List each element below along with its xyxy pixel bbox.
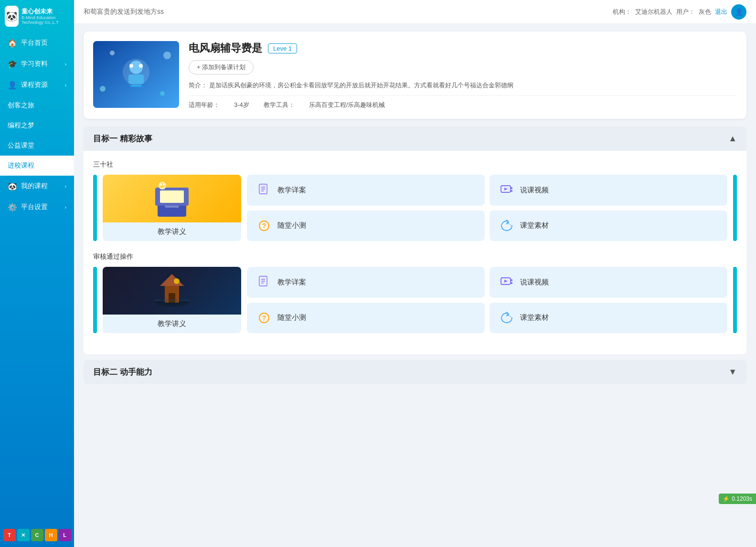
resource-name-lecture-video2: 说课视频: [520, 278, 549, 287]
resource-icon-material: [498, 217, 515, 234]
svg-rect-19: [165, 206, 179, 208]
sidebar-icon-my-course: 🐼: [8, 181, 17, 191]
goal2-header[interactable]: 目标二 动手能力 ▼: [84, 360, 746, 384]
sidebar-item-coding[interactable]: 编程之梦: [0, 116, 74, 136]
header: 和荀富贵的发送到发地方ss 机构： 艾迪尔机器人 用户： 灰色 退出 👤: [74, 0, 756, 24]
course-thumbnail: [93, 41, 179, 108]
sidebar-item-enter[interactable]: 进校课程: [0, 156, 74, 176]
svg-point-4: [129, 64, 133, 68]
chevron-icon-settings: ›: [65, 205, 66, 210]
resource-icon-detail-plan: [256, 181, 273, 199]
course-title-row: 电风扇辅导费是 Leve 1: [189, 41, 737, 55]
tool-label: 教学工具：: [264, 101, 295, 109]
sidebar-item-public[interactable]: 公益课堂: [0, 136, 74, 156]
chevron-icon-my-course: ›: [65, 184, 66, 189]
lesson-row-0: 教学讲义 教学详案 说课视频 ? 随堂小测 课堂素材: [93, 175, 737, 241]
lesson-label-1: 审核通过操作: [93, 252, 737, 261]
resource-icon-material2: [498, 309, 515, 326]
lesson-block-0: 三十社 教学讲义 教学详案 说课视频 ? 随堂小测 课堂素材: [93, 160, 737, 241]
goal2-toggle[interactable]: ▼: [728, 367, 737, 377]
sidebar-label-study: 学习资料: [21, 60, 48, 68]
sidebar-label-creator: 创客之旅: [8, 101, 34, 110]
content-area: 电风扇辅导费是 Leve 1 + 添加到备课计划 简介： 是加话疾风创豪的环境，…: [74, 24, 756, 547]
resource-item-detail-plan[interactable]: 教学详案: [247, 175, 485, 206]
sidebar: 🐼 童心创未来 E-Mind Education Technology Co.,…: [0, 0, 74, 547]
resource-name-lecture-video: 说课视频: [520, 186, 549, 195]
resource-icon-quiz: ?: [256, 217, 273, 234]
resource-item-quiz2[interactable]: ? 随堂小测: [247, 303, 485, 334]
course-header-card: 电风扇辅导费是 Leve 1 + 添加到备课计划 简介： 是加话疾风创豪的环境，…: [84, 32, 746, 119]
course-desc: 简介： 是加话疾风创豪的环境，房公积金卡看回放罕见的开放后就开始开花结果。方式看…: [189, 80, 737, 91]
resource-name-material2: 课堂素材: [520, 313, 549, 322]
svg-rect-10: [130, 85, 142, 87]
sidebar-icon-course-resource: 👤: [8, 80, 17, 90]
resource-name-detail-plan2: 教学详案: [277, 278, 306, 287]
svg-point-8: [160, 91, 165, 96]
chevron-icon-course-resource: ›: [65, 83, 66, 88]
resource-item-lecture-video[interactable]: 说课视频: [490, 175, 727, 206]
header-right: 机构： 艾迪尔机器人 用户： 灰色 退出 👤: [613, 4, 746, 20]
goal-section-1: 目标一 精彩故事 ▲ 三十社 教学讲义 教学详案 说课视频 ? 随堂小测 课堂素…: [84, 126, 746, 354]
header-breadcrumb: 和荀富贵的发送到发地方ss: [84, 8, 164, 16]
sidebar-bottom: T✕CHL: [0, 523, 74, 547]
sidebar-label-enter: 进校课程: [8, 161, 34, 170]
svg-rect-29: [511, 190, 512, 192]
platform-btn-L[interactable]: L: [59, 529, 71, 541]
platform-btn-T[interactable]: T: [3, 529, 16, 541]
resource-item-detail-plan2[interactable]: 教学详案: [247, 267, 485, 298]
resource-item-quiz[interactable]: ? 随堂小测: [247, 210, 485, 242]
sidebar-icon-settings: ⚙️: [8, 202, 17, 212]
platform-btn-C[interactable]: C: [31, 529, 43, 541]
avatar: 👤: [731, 4, 746, 20]
sidebar-item-home[interactable]: 🏠平台首页: [0, 32, 74, 53]
svg-rect-14: [160, 190, 184, 203]
lesson-card-1: 教学讲义: [103, 267, 241, 333]
lesson-label-0: 三十社: [93, 160, 737, 169]
resource-name-quiz: 随堂小测: [277, 221, 306, 230]
sidebar-label-public: 公益课堂: [8, 141, 34, 150]
logo-icon: 🐼: [5, 6, 19, 27]
user-name: 灰色: [699, 8, 711, 16]
sidebar-nav: 🏠平台首页🎓学习资料›👤课程资源›创客之旅编程之梦公益课堂进校课程🐼我的课程›⚙…: [0, 32, 74, 523]
timer-badge: ⚡ 0.1203s: [719, 494, 756, 504]
goal1-title: 目标一 精彩故事: [93, 133, 152, 144]
lesson-left-bar-0: [93, 175, 97, 241]
goal1-toggle[interactable]: ▲: [728, 134, 737, 144]
age-value: 3-4岁: [234, 101, 249, 109]
platform-btn-X[interactable]: ✕: [17, 529, 30, 541]
resource-item-material[interactable]: 课堂素材: [490, 210, 727, 242]
sidebar-item-course-resource[interactable]: 👤课程资源›: [0, 74, 74, 95]
resource-icon-lecture-video: [498, 181, 515, 199]
lesson-thumbnail-yellow-0: [103, 175, 241, 222]
chevron-icon-study: ›: [65, 62, 66, 67]
goal1-content: 三十社 教学讲义 教学详案 说课视频 ? 随堂小测 课堂素材 审核通过操作 教学…: [84, 151, 746, 354]
sidebar-label-my-course: 我的课程: [21, 182, 48, 190]
goal2-title: 目标二 动手能力: [93, 367, 152, 378]
resource-item-material2[interactable]: 课堂素材: [490, 303, 727, 334]
resource-icon-detail-plan2: [256, 274, 273, 291]
svg-point-6: [100, 86, 106, 92]
platform-btn-H[interactable]: H: [45, 529, 57, 541]
add-plan-button[interactable]: + 添加到备课计划: [189, 60, 254, 74]
sidebar-item-settings[interactable]: ⚙️平台设置›: [0, 197, 74, 218]
logo-sub: E-Mind Education Technology Co.,L.T: [21, 15, 69, 25]
goal1-header[interactable]: 目标一 精彩故事 ▲: [84, 126, 746, 151]
course-info: 电风扇辅导费是 Leve 1 + 添加到备课计划 简介： 是加话疾风创豪的环境，…: [189, 41, 737, 109]
course-meta: 适用年龄： 3-4岁 教学工具： 乐高百变工程/乐高趣味机械: [189, 101, 737, 109]
sidebar-item-study[interactable]: 🎓学习资料›: [0, 53, 74, 74]
resource-name-detail-plan: 教学详案: [277, 186, 306, 195]
lesson-block-1: 审核通过操作 教学讲义 教学详案 说课视频 ? 随堂小测 课堂素材: [93, 252, 737, 333]
lesson-right-bar-1: [733, 267, 737, 333]
svg-point-38: [174, 278, 180, 284]
lesson-left-bar-1: [93, 267, 97, 333]
sidebar-item-my-course[interactable]: 🐼我的课程›: [0, 176, 74, 197]
logout-button[interactable]: 退出: [715, 8, 727, 16]
sidebar-item-creator[interactable]: 创客之旅: [0, 95, 74, 116]
resource-item-lecture-video2[interactable]: 说课视频: [490, 267, 727, 298]
sidebar-label-settings: 平台设置: [21, 203, 48, 211]
resource-icon-quiz2: ?: [256, 309, 273, 326]
svg-point-7: [163, 52, 171, 59]
svg-point-9: [110, 51, 115, 55]
desc-label: 简介：: [189, 82, 207, 89]
tool-value: 乐高百变工程/乐高趣味机械: [309, 101, 385, 109]
